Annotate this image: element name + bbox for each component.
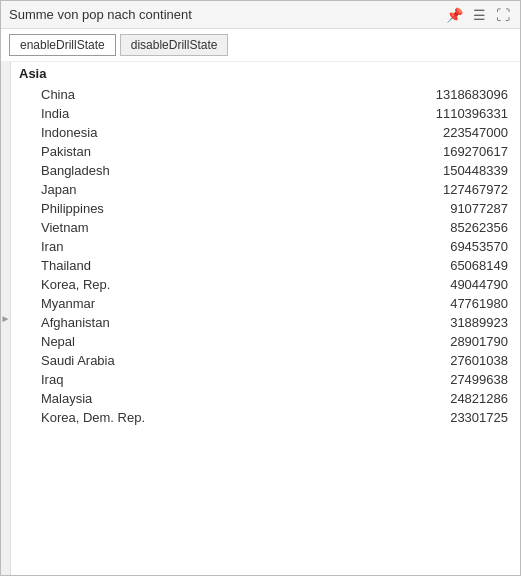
left-handle[interactable]: ► <box>1 62 11 575</box>
title-bar: Summe von pop nach continent 📌 ☰ ⛶ <box>1 1 520 29</box>
country-cell: China <box>11 85 320 104</box>
country-cell: Saudi Arabia <box>11 351 320 370</box>
country-cell: Nepal <box>11 332 320 351</box>
data-table-container[interactable]: Asia China1318683096India1110396331Indon… <box>11 62 520 575</box>
value-cell: 1110396331 <box>320 104 521 123</box>
table-row[interactable]: Indonesia223547000 <box>11 123 520 142</box>
title-bar-icons: 📌 ☰ ⛶ <box>444 5 512 25</box>
main-window: Summe von pop nach continent 📌 ☰ ⛶ enabl… <box>0 0 521 576</box>
country-cell: Malaysia <box>11 389 320 408</box>
value-cell: 47761980 <box>320 294 521 313</box>
value-cell: 127467972 <box>320 180 521 199</box>
table-row[interactable]: Bangladesh150448339 <box>11 161 520 180</box>
pin-icon[interactable]: 📌 <box>444 5 465 25</box>
menu-icon[interactable]: ☰ <box>471 5 488 25</box>
table-row[interactable]: Afghanistan31889923 <box>11 313 520 332</box>
table-row[interactable]: Iraq27499638 <box>11 370 520 389</box>
value-cell: 65068149 <box>320 256 521 275</box>
value-cell: 223547000 <box>320 123 521 142</box>
value-cell: 169270617 <box>320 142 521 161</box>
country-cell: Iraq <box>11 370 320 389</box>
table-row[interactable]: Japan127467972 <box>11 180 520 199</box>
country-cell: Bangladesh <box>11 161 320 180</box>
table-row[interactable]: Malaysia24821286 <box>11 389 520 408</box>
data-table: Asia China1318683096India1110396331Indon… <box>11 62 520 427</box>
table-row[interactable]: Philippines91077287 <box>11 199 520 218</box>
table-row[interactable]: Myanmar47761980 <box>11 294 520 313</box>
value-cell: 23301725 <box>320 408 521 427</box>
table-row[interactable]: Nepal28901790 <box>11 332 520 351</box>
value-cell: 1318683096 <box>320 85 521 104</box>
content-area: ► Asia China1318683096India1110396331Ind… <box>1 62 520 575</box>
table-row[interactable]: Vietnam85262356 <box>11 218 520 237</box>
country-cell: Pakistan <box>11 142 320 161</box>
table-row[interactable]: China1318683096 <box>11 85 520 104</box>
table-row[interactable]: Thailand65068149 <box>11 256 520 275</box>
country-cell: Afghanistan <box>11 313 320 332</box>
table-row[interactable]: India1110396331 <box>11 104 520 123</box>
table-row[interactable]: Iran69453570 <box>11 237 520 256</box>
country-cell: Japan <box>11 180 320 199</box>
country-cell: Philippines <box>11 199 320 218</box>
value-cell: 69453570 <box>320 237 521 256</box>
country-cell: Thailand <box>11 256 320 275</box>
table-row[interactable]: Saudi Arabia27601038 <box>11 351 520 370</box>
value-cell: 49044790 <box>320 275 521 294</box>
value-cell: 91077287 <box>320 199 521 218</box>
country-cell: Indonesia <box>11 123 320 142</box>
value-cell: 27601038 <box>320 351 521 370</box>
value-cell: 24821286 <box>320 389 521 408</box>
window-title: Summe von pop nach continent <box>9 7 192 22</box>
group-header: Asia <box>11 62 520 85</box>
toolbar: enableDrillState disableDrillState <box>1 29 520 62</box>
country-cell: Vietnam <box>11 218 320 237</box>
table-row[interactable]: Korea, Rep.49044790 <box>11 275 520 294</box>
country-cell: Iran <box>11 237 320 256</box>
value-cell: 27499638 <box>320 370 521 389</box>
table-row[interactable]: Korea, Dem. Rep.23301725 <box>11 408 520 427</box>
value-cell: 150448339 <box>320 161 521 180</box>
expand-icon[interactable]: ⛶ <box>494 5 512 25</box>
enable-drill-state-button[interactable]: enableDrillState <box>9 34 116 56</box>
value-cell: 31889923 <box>320 313 521 332</box>
country-cell: Korea, Rep. <box>11 275 320 294</box>
value-cell: 85262356 <box>320 218 521 237</box>
country-cell: Korea, Dem. Rep. <box>11 408 320 427</box>
value-cell: 28901790 <box>320 332 521 351</box>
disable-drill-state-button[interactable]: disableDrillState <box>120 34 229 56</box>
country-cell: India <box>11 104 320 123</box>
country-cell: Myanmar <box>11 294 320 313</box>
table-row[interactable]: Pakistan169270617 <box>11 142 520 161</box>
